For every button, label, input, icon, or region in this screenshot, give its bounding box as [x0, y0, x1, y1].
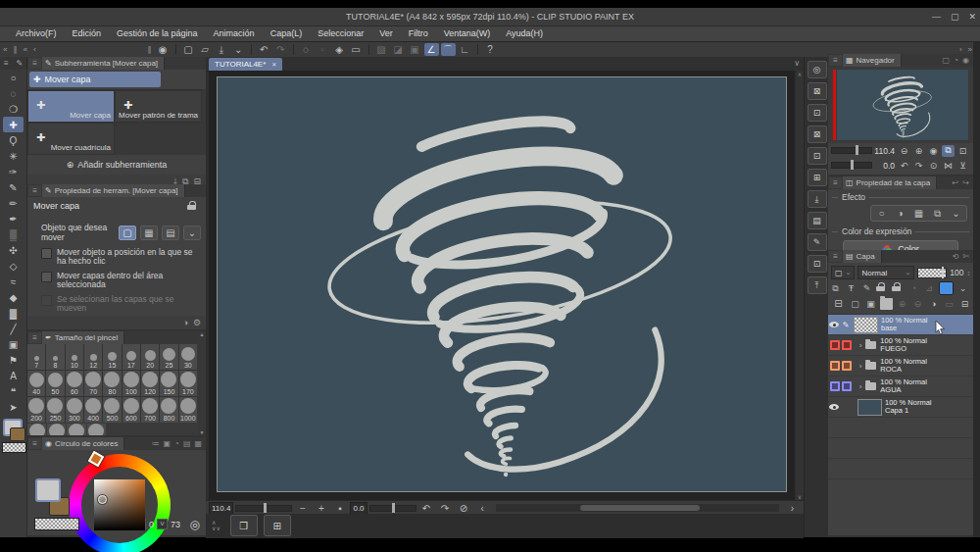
layer-name[interactable]: AGUA: [880, 386, 927, 395]
help-icon[interactable]: ?: [483, 43, 498, 56]
collapse-down-icon[interactable]: ∨∨: [212, 526, 220, 531]
brush-size-item[interactable]: 170: [179, 371, 197, 396]
menu-item[interactable]: Filtro: [401, 26, 436, 41]
combine-panel-icon[interactable]: ⊟: [832, 297, 845, 310]
subtool-item[interactable]: ✚ Mover capa: [27, 90, 115, 123]
create-mask-icon[interactable]: ◑: [927, 298, 940, 310]
brush-size-item[interactable]: 150: [160, 371, 177, 396]
menu-item[interactable]: Archivo(F): [8, 26, 65, 41]
clip-studio-icon[interactable]: ◉: [156, 43, 171, 56]
brush-size-item[interactable]: 1000: [179, 397, 197, 423]
layer-history-icon[interactable]: ⟲: [953, 252, 959, 261]
merge-down-icon[interactable]: ⊖: [911, 298, 924, 310]
scroll-down-icon[interactable]: ∨: [798, 493, 802, 500]
reset-view-icon[interactable]: ⊘: [457, 502, 471, 515]
close-button[interactable]: ✕: [968, 12, 976, 22]
color-history-tab-icon[interactable]: ▦: [194, 439, 202, 448]
new-folder-icon[interactable]: [880, 298, 893, 310]
color-slider-tab-icon[interactable]: ▣: [163, 439, 171, 448]
transform-icon[interactable]: ◪: [391, 43, 406, 56]
brush-size-item[interactable]: 400: [84, 397, 102, 423]
layer-property-tab[interactable]: ◫ Propiedad de la capa: [843, 176, 937, 189]
layer-name[interactable]: ROCA: [880, 366, 927, 375]
opacity-value[interactable]: 100: [950, 268, 963, 277]
selection-marquee-icon[interactable]: ▭: [349, 43, 364, 56]
brush-size-item[interactable]: 800: [160, 397, 177, 423]
brush-size-item[interactable]: 100: [122, 371, 140, 396]
layer-color-tag[interactable]: [842, 340, 852, 350]
auto-select-tool[interactable]: ✳: [3, 148, 24, 164]
zoom-slider[interactable]: [235, 505, 292, 512]
layer-panel-menu-icon[interactable]: ≡: [829, 251, 842, 262]
material-export-icon[interactable]: ⤒: [808, 276, 827, 294]
rotate-right-icon[interactable]: ↷: [912, 160, 925, 172]
opacity-slider[interactable]: [917, 268, 947, 278]
background-color-swatch[interactable]: [10, 427, 25, 441]
wrench-icon[interactable]: ⚙: [193, 318, 201, 327]
canvas-horizontal-scrollbar[interactable]: [496, 504, 779, 512]
add-subtool-button[interactable]: ⊕ Añadir subherramienta: [27, 155, 206, 175]
separator[interactable]: [251, 44, 252, 55]
material-folder-3-icon[interactable]: ⊡: [808, 255, 827, 273]
splitter-icon[interactable]: ∥: [13, 45, 17, 54]
layer-color-tag[interactable]: [842, 361, 852, 371]
subtool-menu-icon[interactable]: ≡: [28, 58, 41, 69]
maximize-button[interactable]: ▢: [951, 12, 959, 22]
scroll-right-icon[interactable]: ›: [785, 502, 800, 515]
new-layer-types-icon[interactable]: ▣: [864, 298, 877, 310]
approx-color-tab-icon[interactable]: ▤: [183, 439, 191, 448]
layer-row-base[interactable]: ✎ 100 % Normal base: [828, 315, 973, 335]
menu-item[interactable]: Ventana(W): [436, 26, 499, 41]
scroll-up-icon[interactable]: ▲: [200, 331, 205, 337]
menu-item[interactable]: Ayuda(H): [498, 26, 551, 41]
transparent-color-swatch[interactable]: [2, 442, 26, 453]
layer-name[interactable]: base: [881, 325, 928, 333]
rotation-value[interactable]: 0.0: [350, 502, 367, 515]
material-close-1-icon[interactable]: ⊠: [808, 82, 827, 100]
layer-cut-icon[interactable]: ✄: [962, 252, 969, 261]
palette-dropdown[interactable]: ▢ ⌄: [831, 266, 855, 279]
undo-icon[interactable]: ↶: [257, 43, 271, 56]
pencil-tool[interactable]: ✏: [3, 195, 24, 211]
lock-icon[interactable]: [187, 201, 196, 211]
enable-mask-icon[interactable]: ◔: [907, 282, 920, 294]
zoom-out-icon[interactable]: ⊖: [898, 145, 910, 157]
menu-item[interactable]: Gestión de la página: [109, 26, 206, 41]
fill-selection-icon[interactable]: ◈: [332, 43, 347, 56]
brush-size-item[interactable]: 700: [141, 397, 159, 423]
brush-size-item[interactable]: [27, 424, 46, 437]
sv-marker[interactable]: [98, 495, 107, 504]
collapse-bar-icon[interactable]: ‹: [475, 502, 490, 515]
page-settings-button[interactable]: ⊞: [264, 515, 291, 536]
zoom-out-icon[interactable]: −: [295, 502, 310, 515]
information-tab-icon[interactable]: ◉: [962, 56, 969, 65]
menu-item[interactable]: Capa(L): [263, 26, 311, 41]
palette-color-icon[interactable]: [939, 281, 954, 295]
collapse-left-2-icon[interactable]: «: [23, 45, 26, 54]
separator[interactable]: [368, 44, 369, 55]
layer-property-menu-icon[interactable]: ≡: [829, 177, 842, 188]
layer-panel-tab[interactable]: ▤ Capa: [843, 250, 882, 263]
scroll-up-icon[interactable]: ∧: [798, 71, 802, 77]
move-layer-tool[interactable]: ✚: [3, 117, 24, 132]
brush-size-item[interactable]: 10: [66, 344, 83, 370]
expand-folder-icon[interactable]: ›: [859, 342, 861, 349]
pen-tool[interactable]: ✎: [3, 179, 24, 195]
color-panel-menu-icon[interactable]: ≡: [28, 438, 41, 449]
brush-scrollbar[interactable]: ▲ ▼: [198, 331, 206, 435]
ruler-range-icon[interactable]: ⊿: [923, 282, 936, 294]
new-file-icon[interactable]: ▢: [181, 43, 196, 56]
deselect-icon[interactable]: ◌: [299, 43, 314, 56]
separator[interactable]: [477, 44, 478, 55]
layer-row-capa-1[interactable]: 100 % Normal Capa 1: [828, 397, 973, 418]
frame-border-tool[interactable]: ▣: [3, 336, 24, 352]
nav-rotation-slider[interactable]: [831, 162, 872, 169]
brush-size-tab[interactable]: ✒ Tamaño del pincel: [42, 331, 124, 344]
minimize-button[interactable]: —: [932, 12, 941, 22]
layer-thumbnail[interactable]: [858, 399, 882, 416]
subtool-item[interactable]: ✚ Mover patrón de trama: [115, 90, 202, 123]
invert-selection-icon[interactable]: ▫: [316, 43, 330, 56]
snap-to-ruler-icon[interactable]: ∠: [424, 43, 439, 56]
material-close-2-icon[interactable]: ⊠: [808, 125, 827, 143]
quick-search-icon[interactable]: ◎: [808, 61, 827, 78]
